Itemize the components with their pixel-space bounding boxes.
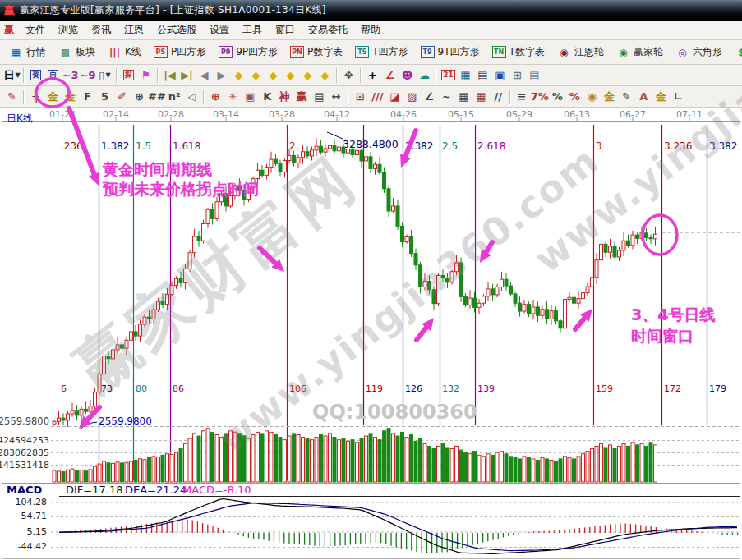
toolbar-button-quotes[interactable]: ▦行情: [3, 44, 52, 61]
save-icon[interactable]: ▣: [491, 67, 509, 84]
shen-tool-icon[interactable]: 神: [276, 89, 293, 105]
span-measure-icon[interactable]: ↔: [328, 89, 345, 105]
toolbar-button-gann-wheel[interactable]: ◉江恩轮: [551, 44, 610, 61]
toolbar-button-t-number-table[interactable]: TNT数字表: [486, 44, 551, 61]
gann-head-tool-icon[interactable]: ☻: [399, 67, 416, 84]
gann-frame-icon[interactable]: ⊡: [352, 89, 369, 105]
svg-text:6: 6: [61, 383, 67, 394]
gold-time-cycle-2-icon[interactable]: 金: [62, 89, 79, 105]
pen-level-icon[interactable]: ✎: [618, 89, 635, 105]
hand-tool-icon[interactable]: ✥: [340, 67, 357, 84]
toolbar-button-winner-service[interactable]: $赢家服务: [729, 44, 742, 61]
ma-lines-9-icon[interactable]: ~9: [79, 67, 96, 84]
gann-diamond-star-icon[interactable]: ◆: [299, 67, 316, 84]
gold-level-icon[interactable]: 金: [601, 89, 618, 105]
ying-tool-icon[interactable]: 赢: [293, 89, 311, 105]
brush-tool-icon[interactable]: ✐: [113, 89, 131, 105]
spiral-box-icon[interactable]: ▨: [403, 89, 421, 105]
toolbar-gann-drawing: ✎╫金金F5✐⊕##n²◁⊕✳▣K神赢▤↔⊡///◪▨∠~▦▦//≡7%%%◉金…: [0, 86, 742, 108]
percent-78-icon[interactable]: 7%: [531, 89, 549, 105]
menu-item-settings[interactable]: 设置: [203, 21, 236, 39]
menu-item-help[interactable]: 帮助: [354, 21, 387, 39]
k-mark-icon[interactable]: K: [259, 89, 276, 105]
angle-measure-icon[interactable]: ∠: [381, 67, 399, 84]
menu-item-news[interactable]: 资讯: [85, 21, 118, 39]
gann-wheel-icon: ◉: [557, 46, 571, 58]
toolbar-button-sectors[interactable]: ▩板块: [53, 44, 101, 61]
menu-item-tools[interactable]: 工具: [236, 21, 269, 39]
spiral-5-icon[interactable]: 5: [96, 89, 113, 105]
gann-diamond-cross-icon[interactable]: ◆: [316, 67, 334, 84]
tick-ruler-icon[interactable]: ##: [148, 89, 166, 105]
parallel-lines-icon[interactable]: //: [490, 89, 507, 105]
toolbar-button-p-square[interactable]: PSP四方形: [148, 44, 212, 61]
prev-bar-icon[interactable]: ◀: [196, 67, 213, 84]
chart-surface[interactable]: 赢家财富网 www.yingjia360.com www.yingjia360.…: [0, 108, 742, 560]
menu-item-file[interactable]: 文件: [19, 21, 52, 39]
period-day-dropdown-icon[interactable]: 日▼: [3, 67, 21, 84]
info-panel-icon[interactable]: 资: [27, 67, 44, 84]
next-bar-icon[interactable]: ▶: [213, 67, 230, 84]
menu-item-browse[interactable]: 浏览: [52, 21, 85, 39]
gann-diamond-h-icon[interactable]: ◆: [265, 67, 282, 84]
svg-text:106: 106: [289, 383, 306, 394]
toolbar-button-hexagon[interactable]: ◎六角形: [670, 44, 728, 61]
time-grid-icon[interactable]: ╫: [27, 89, 44, 105]
percent-icon[interactable]: %: [549, 89, 566, 105]
menu-item-gann[interactable]: 江恩: [118, 21, 150, 39]
price-ladder-icon[interactable]: ≡: [514, 89, 531, 105]
toolbar-button-p-number-table[interactable]: PNP数字表: [284, 44, 348, 61]
print-icon[interactable]: ▤: [526, 67, 543, 84]
star-rays-icon[interactable]: ✳: [224, 89, 242, 105]
gann-diamond-left-icon[interactable]: ◆: [230, 67, 247, 84]
menu-item-window[interactable]: 窗口: [269, 21, 302, 39]
dense-grid-icon[interactable]: ▦: [455, 89, 472, 105]
draw-pen-icon[interactable]: ✎: [3, 89, 21, 105]
self-memo-icon[interactable]: 自: [44, 67, 62, 84]
pane-period-label: 日K线: [7, 112, 33, 126]
j-angle-icon[interactable]: ∟: [670, 89, 687, 105]
percent-line-icon[interactable]: %: [566, 89, 583, 105]
color-flag-icon[interactable]: ⚑: [137, 67, 154, 84]
toolbar-button-t-square[interactable]: TST四方形: [349, 44, 413, 61]
n-square-icon[interactable]: n²: [166, 89, 183, 105]
gann-diamond-right-icon[interactable]: ◆: [247, 67, 265, 84]
time-clock-icon[interactable]: ⊕: [131, 89, 148, 105]
9p-square-icon: P9: [219, 46, 233, 58]
crosshair-icon[interactable]: +: [364, 67, 381, 84]
svg-text:159: 159: [596, 383, 613, 394]
boxed-rays-icon[interactable]: ▣: [242, 89, 259, 105]
toolbar-button-9t-square[interactable]: T99T四方形: [415, 44, 486, 61]
ruler-123-icon[interactable]: ▤: [311, 89, 328, 105]
copy-graph-icon[interactable]: ⊞: [509, 67, 526, 84]
first-page-icon[interactable]: |◀: [161, 67, 178, 84]
mirror-angle-icon[interactable]: ◁: [183, 89, 200, 105]
winner-service-icon: $: [735, 46, 742, 58]
calendar-icon[interactable]: 21: [440, 67, 457, 84]
trend-angle-icon[interactable]: ∠: [421, 89, 438, 105]
calculator-icon[interactable]: ▦: [457, 67, 474, 84]
compass-circle-icon[interactable]: ⊕: [207, 89, 224, 105]
last-page-icon[interactable]: ▶|: [178, 67, 196, 84]
zigzag-wave-icon[interactable]: ~: [438, 89, 455, 105]
fan-lines-icon[interactable]: ///: [369, 89, 386, 105]
menu-item-trade-entrust[interactable]: 交易委托: [302, 21, 354, 39]
gann-diamond-x-icon[interactable]: ◆: [282, 67, 299, 84]
toolbar-button-winner-wheel[interactable]: ◉赢家轮: [611, 44, 669, 61]
number-grid-icon[interactable]: ▦: [472, 89, 490, 105]
bar-style-dropdown-icon[interactable]: ▯▼: [96, 67, 113, 84]
brain-tool-icon[interactable]: ☁: [416, 67, 433, 84]
toolbar-button-9p-square[interactable]: P99P四方形: [213, 44, 283, 61]
menu-item-formula-picker[interactable]: 公式选股: [150, 21, 203, 39]
av-channel-icon[interactable]: A: [635, 89, 652, 105]
fib-tool-icon[interactable]: F: [79, 89, 96, 105]
t-square-label: T四方形: [372, 45, 408, 59]
gold-time-cycle-icon[interactable]: 金: [44, 89, 62, 105]
gold-circle-icon[interactable]: ◉: [583, 89, 601, 105]
fan-box-icon[interactable]: ◪: [386, 89, 403, 105]
toolbar-button-kline[interactable]: |||K线: [102, 44, 147, 61]
ma-lines-3-icon[interactable]: ~3: [62, 67, 79, 84]
pattern-probe-icon[interactable]: 探: [120, 67, 137, 84]
gold-square-icon[interactable]: 金: [652, 89, 670, 105]
notepad-icon[interactable]: ▤: [474, 67, 491, 84]
